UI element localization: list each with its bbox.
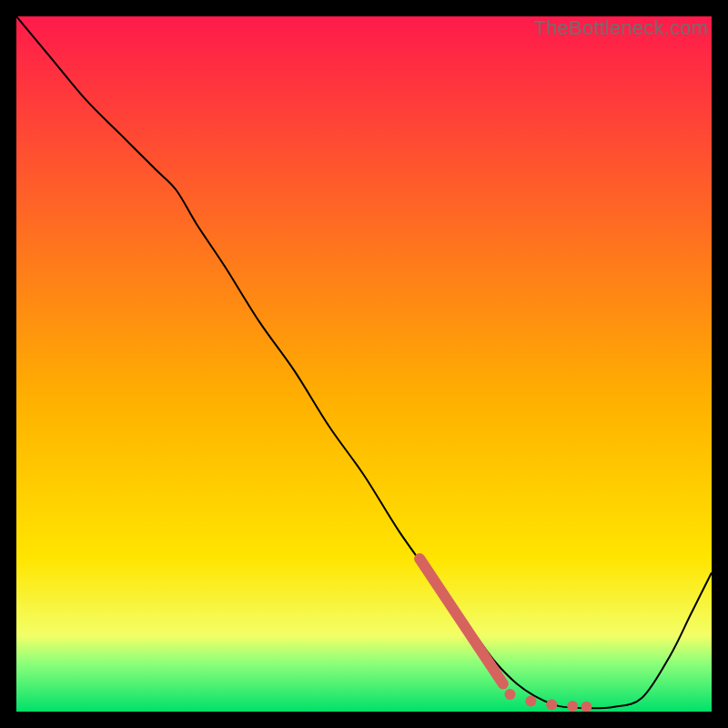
highlight-dot xyxy=(525,696,536,707)
highlight-dot xyxy=(504,689,515,700)
highlight-dot xyxy=(546,699,557,710)
watermark-text: TheBottleneck.com xyxy=(533,16,708,40)
gradient-background xyxy=(16,16,712,712)
chart-svg xyxy=(16,16,712,712)
chart-frame: TheBottleneck.com xyxy=(16,16,712,712)
highlight-dot xyxy=(567,701,578,712)
